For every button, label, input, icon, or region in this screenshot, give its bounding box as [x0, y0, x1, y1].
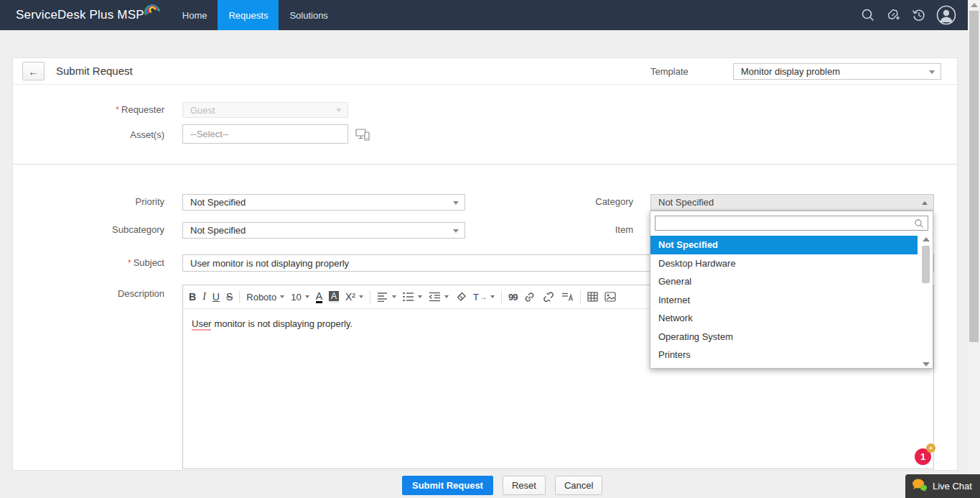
font-size-dropdown[interactable]: 10: [291, 292, 309, 303]
nav-icon-group: [860, 0, 968, 30]
priority-select[interactable]: Not Specified: [182, 194, 465, 211]
badge-plus-icon[interactable]: +: [926, 443, 935, 453]
priority-value: Not Specified: [190, 197, 246, 208]
misspelled-word: User: [192, 318, 211, 331]
chevron-down-icon: [280, 295, 284, 298]
description-text: monitor is not displaying properly.: [214, 318, 353, 329]
category-dropdown-panel: Not Specified Desktop Hardware General I…: [650, 211, 933, 369]
option-operating-system[interactable]: Operating System: [650, 328, 918, 346]
chevron-down-icon: [490, 295, 495, 298]
chevron-down-icon: [359, 295, 363, 298]
align-dropdown[interactable]: [377, 292, 396, 302]
chevron-up-icon: [922, 201, 928, 205]
back-button[interactable]: ←: [22, 62, 45, 80]
chevron-down-icon: [929, 70, 935, 74]
cancel-button[interactable]: Cancel: [555, 476, 602, 495]
highlight-color-button[interactable]: A: [329, 291, 339, 303]
option-general[interactable]: General: [650, 272, 918, 291]
chevron-down-icon: [444, 295, 449, 298]
toolbar-separator: [370, 290, 370, 303]
option-not-specified[interactable]: Not Specified: [650, 236, 918, 254]
chevron-down-icon: [453, 229, 459, 233]
assets-devices-icon[interactable]: [355, 129, 370, 144]
chat-bubbles-icon: [911, 478, 928, 494]
text-direction-dropdown[interactable]: T→: [473, 292, 495, 303]
tab-home[interactable]: Home: [172, 0, 218, 30]
dropdown-scrollbar[interactable]: [921, 237, 931, 366]
underline-button[interactable]: U: [213, 291, 220, 303]
chevron-down-icon: [453, 201, 459, 205]
reset-button[interactable]: Reset: [503, 476, 546, 495]
brand-logo[interactable]: ServiceDesk Plus MSP: [0, 0, 162, 30]
line-height-icon[interactable]: [561, 292, 574, 302]
toolbar-separator: [239, 290, 240, 303]
submit-request-button[interactable]: Submit Request: [402, 476, 493, 495]
subcategory-select[interactable]: Not Specified: [182, 222, 465, 239]
assets-label: Asset(s): [56, 129, 164, 140]
option-internet[interactable]: Internet: [650, 291, 918, 310]
strikethrough-button[interactable]: S: [226, 291, 233, 303]
search-icon[interactable]: [860, 7, 876, 23]
subcategory-label: Subcategory: [56, 224, 164, 235]
indent-dropdown[interactable]: [429, 292, 449, 302]
top-nav: ServiceDesk Plus MSP Home Requests Solut…: [0, 0, 968, 30]
clear-format-icon[interactable]: [455, 292, 467, 302]
chevron-down-icon: [418, 295, 422, 298]
footer-buttons: Submit Request Reset Cancel: [402, 476, 602, 495]
brand-text: ServiceDesk Plus MSP: [16, 8, 144, 22]
scroll-down-arrow-icon[interactable]: [923, 362, 930, 366]
chevron-down-icon: [336, 109, 342, 112]
option-printers[interactable]: Printers: [650, 346, 918, 364]
list-dropdown[interactable]: [403, 292, 422, 302]
history-icon[interactable]: [911, 7, 927, 23]
live-chat-widget[interactable]: Live Chat: [905, 474, 980, 498]
assets-input[interactable]: --Select--: [182, 124, 348, 144]
card-header: ← Submit Request Template Monitor displa…: [13, 58, 957, 85]
toolbar-separator: [580, 290, 581, 303]
nav-tabs: Home Requests Solutions: [172, 0, 339, 30]
chevron-down-icon: [392, 295, 396, 298]
scrollbar-up-arrow-icon[interactable]: [971, 3, 978, 7]
tab-solutions[interactable]: Solutions: [279, 0, 338, 30]
subcategory-value: Not Specified: [190, 225, 246, 236]
category-label: Category: [561, 196, 633, 207]
category-select[interactable]: Not Specified: [650, 194, 934, 211]
scrollbar-thumb[interactable]: [969, 11, 979, 342]
priority-label: Priority: [56, 196, 164, 207]
font-color-button[interactable]: A: [316, 291, 322, 303]
italic-button[interactable]: I: [202, 291, 206, 303]
dropdown-scroll-thumb[interactable]: [922, 246, 930, 283]
category-search-input[interactable]: [655, 216, 928, 231]
scroll-up-arrow-icon[interactable]: [923, 237, 930, 241]
avatar-icon[interactable]: [936, 5, 956, 25]
footer-bar: Submit Request Reset Cancel: [0, 471, 968, 498]
search-icon: [914, 218, 924, 231]
template-select[interactable]: Monitor display problem: [733, 63, 941, 80]
unlink-icon[interactable]: [542, 292, 555, 303]
new-request-icon[interactable]: [885, 7, 902, 23]
toolbar-separator: [501, 290, 502, 303]
requester-select: Guest: [182, 102, 348, 118]
required-marker: *: [128, 258, 131, 268]
brand-swirl-icon: [143, 1, 162, 22]
page-scrollbar[interactable]: [968, 0, 980, 498]
superscript-dropdown[interactable]: X²: [345, 291, 363, 303]
option-network[interactable]: Network: [650, 309, 918, 328]
option-desktop-hardware[interactable]: Desktop Hardware: [650, 254, 918, 273]
font-family-dropdown[interactable]: Roboto: [246, 292, 284, 303]
live-chat-label: Live Chat: [933, 481, 972, 492]
tab-requests[interactable]: Requests: [218, 0, 279, 30]
insert-image-icon[interactable]: [605, 292, 616, 302]
category-option-list: Not Specified Desktop Hardware General I…: [650, 236, 933, 364]
section-divider: [13, 164, 957, 165]
requester-label: *Requester: [56, 104, 164, 115]
description-label: Description: [56, 288, 164, 299]
table-icon[interactable]: [587, 292, 598, 302]
assets-placeholder: --Select--: [190, 129, 228, 139]
blockquote-icon[interactable]: 99: [508, 292, 517, 303]
requester-value: Guest: [190, 105, 215, 116]
bold-button[interactable]: B: [189, 291, 196, 303]
link-icon[interactable]: [523, 292, 536, 303]
page-title: Submit Request: [56, 65, 133, 77]
template-value: Monitor display problem: [741, 66, 840, 77]
